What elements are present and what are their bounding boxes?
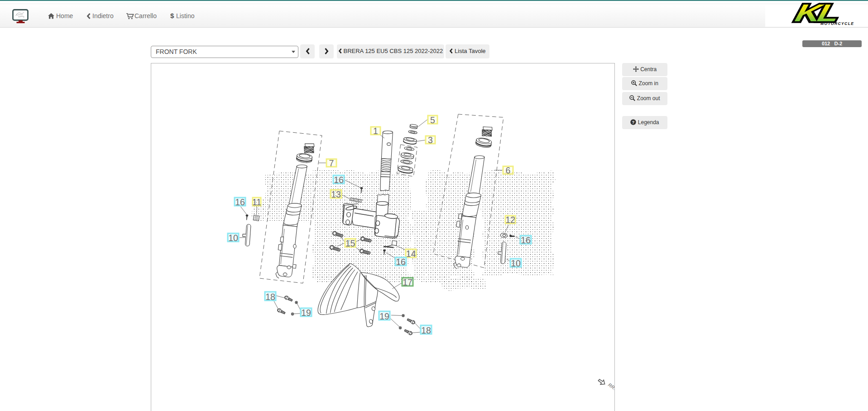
svg-text:14: 14 [406, 249, 416, 259]
svg-text:RR.: RR. [607, 382, 614, 391]
svg-text:16: 16 [396, 257, 406, 267]
svg-text:?: ? [632, 120, 635, 125]
svg-text:12: 12 [505, 215, 515, 225]
svg-text:13: 13 [331, 189, 341, 199]
svg-text:19: 19 [379, 311, 389, 321]
svg-text:18: 18 [421, 325, 431, 335]
svg-text:18: 18 [265, 292, 275, 302]
svg-text:16: 16 [235, 197, 245, 207]
svg-text:15: 15 [345, 238, 355, 248]
svg-text:10: 10 [228, 233, 238, 243]
svg-text:7: 7 [329, 158, 334, 168]
svg-text:16: 16 [521, 235, 531, 245]
svg-text:19: 19 [301, 308, 311, 318]
svg-text:3: 3 [428, 135, 433, 145]
svg-text:1: 1 [373, 126, 378, 136]
svg-text:16: 16 [334, 175, 344, 185]
svg-text:MOTORCYCLE: MOTORCYCLE [820, 21, 854, 26]
svg-text:5: 5 [430, 115, 435, 125]
svg-text:11: 11 [252, 197, 261, 207]
svg-text:17: 17 [403, 277, 412, 287]
svg-text:10: 10 [511, 258, 521, 268]
svg-text:6: 6 [506, 165, 511, 175]
